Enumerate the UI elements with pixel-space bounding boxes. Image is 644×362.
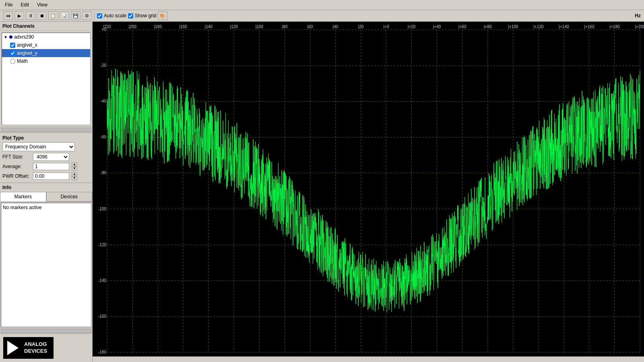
logo-text-box: ANALOG DEVICES (22, 339, 50, 356)
sidebar: Plot Channels ▼ adxrs290 anglvel_x anglv… (0, 22, 93, 362)
show-grid-checkbox[interactable] (128, 13, 133, 19)
info-tabs: Markers Devices (0, 192, 92, 202)
menu-edit[interactable]: Edit (19, 1, 31, 8)
menu-bar: File Edit View (0, 0, 644, 10)
info-content: No markers active (1, 203, 91, 327)
pwr-offset-up-btn[interactable]: ▲ (72, 172, 77, 176)
toolbar-chart-btn[interactable]: 📊 (60, 11, 69, 20)
main-chart-canvas[interactable] (93, 22, 644, 356)
channels-hscroll-thumb[interactable] (1, 128, 91, 132)
channel-anglvel-x[interactable]: anglvel_x (2, 41, 90, 49)
average-label: Average: (2, 164, 31, 169)
show-grid-label[interactable]: Show grid (128, 13, 156, 19)
toolbar-pause-btn[interactable]: ⏸ (26, 11, 35, 20)
chart-area (93, 22, 644, 362)
toolbar-begin-btn[interactable]: ⏮ (3, 11, 13, 20)
plot-type-title: Plot Type (2, 135, 90, 142)
toolbar-stop-btn[interactable]: ⏹ (37, 11, 47, 20)
toolbar-color-btn[interactable]: 🎨 (158, 11, 167, 20)
channel-x-label: anglvel_x (17, 42, 37, 48)
plot-type-panel: Plot Type Frequency Domain Time Domain F… (0, 133, 92, 183)
plot-channels-title: Plot Channels (0, 22, 92, 31)
auto-scale-label[interactable]: Auto scale (97, 13, 126, 19)
logo-line1: ANALOG (24, 341, 47, 348)
pwr-offset-down-btn[interactable]: ▼ (72, 176, 77, 180)
average-down-btn[interactable]: ▼ (72, 167, 77, 171)
fft-size-select[interactable]: 256 512 1024 2048 4096 8192 (33, 153, 69, 161)
toolbar-play-btn[interactable]: ▶ (14, 11, 24, 20)
device-dot (9, 35, 12, 39)
pwr-offset-spinner: ▲ ▼ (72, 172, 77, 180)
info-panel: Info Markers Devices No markers active (0, 183, 92, 333)
fft-size-row: FFT Size: 256 512 1024 2048 4096 8192 (2, 153, 90, 161)
toolbar-save-btn[interactable]: 💾 (71, 11, 80, 20)
channel-anglvel-y[interactable]: anglvel_y (2, 49, 90, 57)
hz-label: Hz (635, 13, 641, 19)
toolbar-copy-btn[interactable]: 📋 (48, 11, 58, 20)
tab-devices[interactable]: Devices (46, 192, 93, 202)
channel-x-checkbox[interactable] (10, 43, 15, 48)
pwr-offset-label: PWR Offset: (2, 173, 31, 179)
channel-y-checkbox[interactable] (10, 51, 15, 56)
logo-area: ANALOG DEVICES (0, 333, 92, 362)
average-up-btn[interactable]: ▲ (72, 162, 77, 167)
device-chevron: ▼ (4, 35, 8, 39)
pwr-offset-input[interactable] (33, 173, 69, 180)
channels-list: ▼ adxrs290 anglvel_x anglvel_y Mat (2, 33, 91, 125)
auto-scale-text: Auto scale (104, 13, 126, 19)
auto-scale-checkbox[interactable] (97, 13, 102, 19)
show-grid-text: Show grid (135, 13, 156, 19)
fft-size-label: FFT Size: (2, 154, 31, 160)
average-input[interactable] (33, 163, 69, 170)
menu-view[interactable]: View (35, 1, 49, 8)
channels-hscroll[interactable] (0, 127, 92, 132)
chart-hscroll[interactable] (93, 356, 644, 362)
main-content: Plot Channels ▼ adxrs290 anglvel_x anglv… (0, 22, 644, 362)
tab-markers[interactable]: Markers (0, 192, 46, 202)
info-title: Info (0, 183, 92, 192)
device-row[interactable]: ▼ adxrs290 (2, 33, 90, 41)
math-channel[interactable]: Math (2, 57, 90, 65)
logo-line2: DEVICES (24, 348, 47, 355)
toolbar-settings-btn[interactable]: ⚙ (82, 11, 92, 20)
menu-file[interactable]: File (3, 1, 14, 8)
toolbar: ⏮ ▶ ⏸ ⏹ 📋 📊 💾 ⚙ Auto scale Show grid 🎨 H… (0, 10, 644, 22)
math-label: Math (17, 58, 28, 64)
logo-triangle-icon (7, 341, 19, 355)
channel-y-label: anglvel_y (17, 50, 37, 56)
average-row: Average: ▲ ▼ (2, 162, 90, 171)
device-name: adxrs290 (14, 34, 34, 40)
plot-type-select[interactable]: Frequency Domain Time Domain (2, 142, 75, 151)
no-markers-text: No markers active (3, 205, 42, 210)
channels-panel: Plot Channels ▼ adxrs290 anglvel_x anglv… (0, 22, 92, 133)
info-hscroll-thumb[interactable] (1, 329, 91, 333)
info-hscroll[interactable] (0, 328, 92, 333)
toolbar-separator (94, 11, 95, 20)
average-spinner: ▲ ▼ (72, 162, 77, 171)
math-radio[interactable] (10, 59, 15, 64)
pwr-offset-row: PWR Offset: ▲ ▼ (2, 172, 90, 180)
